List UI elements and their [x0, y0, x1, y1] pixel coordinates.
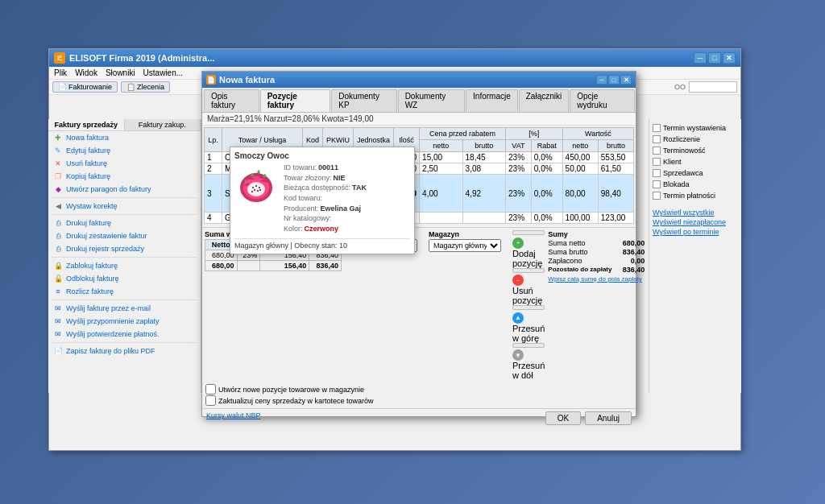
vat-total-empty [237, 261, 260, 271]
main-titlebar: 📄 Nowa faktura ─ □ ✕ [202, 72, 636, 88]
tab-dokumenty-kp[interactable]: Dokumenty KP [331, 89, 396, 112]
margin-bar: Marża=21,91% Narzut=28,06% Kwota=149,00 [202, 113, 636, 126]
warehouse-select[interactable]: Magazyn główny [429, 239, 501, 252]
checkbox-row-1: Utwórz nowe pozycje towarowe w magazynie [205, 384, 632, 395]
cell-w-netto-2: 50,00 [562, 163, 598, 175]
sidebar-new-invoice[interactable]: ✚ Nowa faktura [48, 131, 201, 144]
cell-w-netto-3: 80,00 [562, 175, 598, 213]
move-up-btn[interactable] [512, 305, 545, 310]
svg-point-6 [254, 189, 255, 191]
svg-point-9 [259, 189, 261, 191]
vat-total-brutto: 836,40 [309, 261, 342, 271]
dragon-fruit-svg [234, 163, 279, 208]
bg-close-btn[interactable]: ✕ [723, 52, 736, 64]
sum-brutto-row: Suma brutto 836,40 [548, 248, 645, 256]
link-overdue[interactable]: Wyświetl po terminie [653, 227, 738, 237]
bg-minimize-btn[interactable]: ─ [694, 52, 707, 64]
sidebar-print-register[interactable]: ⎙ Drukuj rejestr sprzedaży [48, 242, 201, 255]
sidebar-email-invoice[interactable]: ✉ Wyślij fakturę przez e-mail [48, 302, 201, 315]
sidebar-edit-invoice[interactable]: ✎ Edytuj fakturę [48, 144, 201, 157]
klient-checkbox[interactable] [653, 158, 661, 166]
search-input[interactable] [689, 81, 737, 93]
delete-invoice-icon: ✕ [53, 159, 63, 168]
menu-file[interactable]: Plik [54, 68, 67, 77]
move-down-btn[interactable] [512, 343, 545, 348]
sprzedawca-checkbox[interactable] [653, 169, 661, 177]
sum-netto-row: Suma netto 680,00 [548, 239, 645, 247]
menu-dict[interactable]: Słowniki [106, 68, 135, 77]
cancel-button[interactable]: Anuluj [585, 411, 632, 425]
cell-w-brutto-2: 61,50 [598, 163, 633, 175]
sidebar-copy-invoice[interactable]: ❐ Kopiuj fakturę [48, 170, 201, 183]
checkboxes-area: Utwórz nowe pozycje towarowe w magazynie… [202, 382, 636, 408]
warehouse-label: Magazyn [429, 230, 509, 238]
cell-vat-1: 23% [506, 152, 532, 163]
kursy-link[interactable]: Kursy walut NBP [206, 411, 261, 425]
sidebar-print-summary[interactable]: ⎙ Drukuj zestawienie faktur [48, 229, 201, 242]
remove-icon: − [512, 275, 524, 286]
actions-section: + Dodaj pozycję − Usuń pozycję ▲ Przesuń… [512, 230, 545, 380]
sidebar-settle[interactable]: ≡ Rozlicz fakturę [48, 285, 201, 298]
tab-opis-faktury[interactable]: Opis faktury [204, 89, 259, 112]
sidebar-email-confirm[interactable]: ✉ Wyślij potwierdzenie płatnoś. [48, 328, 201, 341]
menu-view[interactable]: Widok [75, 68, 97, 77]
checkbox-magazine[interactable] [205, 384, 216, 395]
add-position-btn[interactable] [512, 230, 545, 235]
wpisz-sume-link[interactable]: Wpisz całą sumę do pola zapłaty [548, 275, 645, 283]
col-w-netto: netto [562, 140, 598, 152]
remove-position-btn[interactable] [512, 268, 545, 273]
link-all[interactable]: Wyświetl wszystkie [653, 208, 738, 217]
tooltip-title: Smoczy Owoc [234, 151, 410, 160]
rozliczenie-checkbox[interactable] [653, 135, 661, 143]
cell-w-brutto-1: 553,50 [598, 152, 633, 163]
sidebar-lock[interactable]: 🔒 Zablokuj fakturę [48, 259, 201, 272]
tooltip-kolor-row: Kolor: Czerwony [284, 225, 410, 234]
main-maximize-btn[interactable]: □ [608, 75, 620, 85]
termin-platnosci-checkbox[interactable] [653, 192, 661, 200]
sidebar-tab-purchase[interactable]: Faktury zakup. [125, 119, 201, 130]
warehouse-section: Magazyn Magazyn główny [429, 230, 509, 380]
sidebar-save-pdf[interactable]: 📄 Zapisz fakturę do pliku PDF [48, 345, 201, 357]
cell-w-brutto-4: 123,00 [598, 213, 633, 224]
blokada-checkbox[interactable] [653, 180, 661, 188]
tooltip-dostepnosc-row: Bieżąca dostępność: TAK [284, 184, 410, 193]
tooltip-popup: Smoczy Owoc [230, 147, 415, 254]
settle-icon: ≡ [53, 287, 63, 296]
svg-point-8 [251, 191, 253, 192]
link-unpaid[interactable]: Wyświetl niezapłacone [653, 217, 738, 227]
main-minimize-btn[interactable]: ─ [596, 75, 607, 85]
sidebar-delete-invoice[interactable]: ✕ Usuń fakturę [48, 157, 201, 170]
zlecenia-btn[interactable]: 📋 Zlecenia [121, 81, 170, 93]
termin-wystawienia-checkbox[interactable] [653, 124, 661, 132]
sidebar-create-receipt[interactable]: ◆ Utwórz paragon do faktury [48, 183, 201, 196]
cell-lp-4: 4 [205, 213, 222, 224]
tooltip-footer: Magazyn główny | Obecny stan: 10 [234, 238, 410, 250]
bg-maximize-btn[interactable]: □ [708, 52, 721, 64]
tab-opcje-wydruku[interactable]: Opcje wydruku [570, 89, 635, 112]
menu-settings[interactable]: Ustawien... [143, 68, 183, 77]
main-close-btn[interactable]: ✕ [620, 75, 632, 85]
tab-informacje[interactable]: Informacje [466, 89, 518, 112]
unlock-icon: 🔓 [53, 274, 63, 283]
sidebar-print-invoice[interactable]: ⎙ Drukuj fakturę [48, 217, 201, 229]
sidebar-correction[interactable]: ◀ Wystaw korektę [48, 200, 201, 213]
terminowosc-checkbox[interactable] [653, 147, 661, 155]
email-reminder-icon: ✉ [53, 316, 63, 326]
cell-cena-netto-1: 15,00 [420, 152, 462, 163]
sidebar-email-reminder[interactable]: ✉ Wyślij przypomnienie zapłaty [48, 315, 201, 328]
vat-total-row: 680,00 156,40 836,40 [205, 261, 342, 271]
move-up-icon: ▲ [512, 312, 524, 324]
cell-rabat-3: 0,0% [531, 175, 562, 213]
checkbox-prices[interactable] [205, 395, 216, 406]
cell-w-brutto-3: 98,40 [598, 175, 633, 213]
tab-zalaczniki[interactable]: Załączniki [519, 89, 569, 112]
sidebar-tabs: Faktury sprzedaży Faktury zakup. [48, 119, 201, 131]
ok-button[interactable]: OK [545, 411, 581, 425]
sidebar-tab-sales[interactable]: Faktury sprzedaży [48, 119, 125, 130]
tab-dokumenty-wz[interactable]: Dokumenty WZ [398, 89, 465, 112]
fakturowanie-btn[interactable]: 📄 Fakturowanie [52, 81, 118, 93]
tab-pozycje-faktury[interactable]: Pozycje faktury [260, 89, 331, 112]
sums-section: Sumy Suma netto 680,00 Suma brutto 836,4… [548, 230, 645, 380]
sidebar-unlock[interactable]: 🔓 Odblokuj fakturę [48, 272, 201, 285]
col-lp: Lp. [205, 128, 222, 152]
